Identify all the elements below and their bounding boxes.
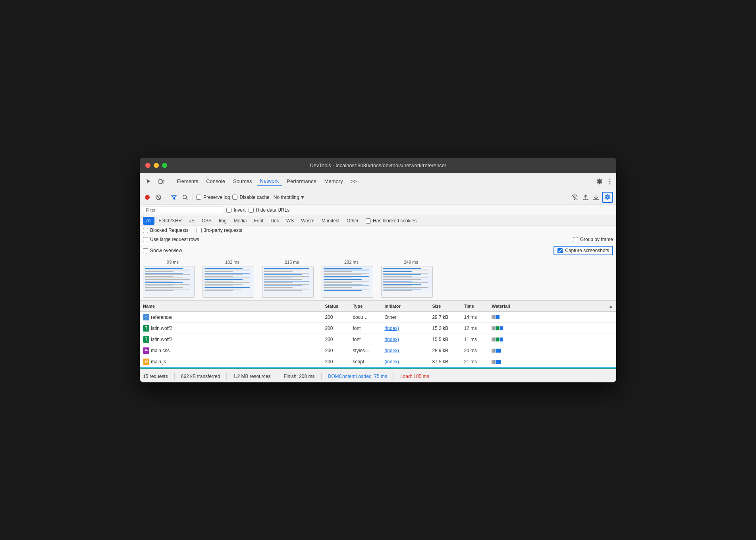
row-size-4: 28.9 kB [432, 348, 464, 353]
record-button[interactable] [143, 193, 152, 202]
row-status-3: 200 [325, 337, 353, 342]
close-button[interactable] [145, 163, 150, 168]
minimize-button[interactable] [154, 163, 159, 168]
clear-button[interactable] [154, 193, 163, 202]
search-button[interactable] [181, 193, 189, 202]
options-row-3: Show overview Capture screenshots [140, 244, 616, 257]
settings-gear-button[interactable] [594, 176, 605, 187]
dom-content-loaded: DOMContentLoaded: 75 ms [328, 374, 387, 379]
screenshot-5[interactable] [381, 266, 433, 298]
status-bar: 15 requests 662 kB transferred 1.2 MB re… [140, 370, 616, 382]
preserve-log-checkbox[interactable]: Preserve log [196, 195, 230, 200]
filter-type-js[interactable]: JS [186, 217, 198, 225]
screenshot-4[interactable] [322, 266, 373, 298]
screenshot-2[interactable] [202, 266, 254, 298]
wifi-button[interactable] [569, 193, 580, 202]
filter-type-wasm[interactable]: Wasm [298, 217, 318, 225]
network-toolbar-right [569, 192, 613, 203]
row-waterfall-4 [492, 348, 613, 353]
row-status-1: 200 [325, 314, 353, 320]
filter-type-other[interactable]: Other [343, 217, 362, 225]
row-waterfall-2 [492, 326, 613, 331]
waterfall-bars-4 [492, 348, 501, 353]
row-status-5: 200 [325, 359, 353, 364]
status-sep-3 [277, 373, 277, 380]
filter-type-manifest[interactable]: Manifest [318, 217, 343, 225]
device-toolbar-button[interactable] [156, 176, 167, 187]
table-row[interactable]: ✏ main.css 200 styles… (index) 28.9 kB 2… [140, 345, 616, 356]
download-button[interactable] [592, 193, 600, 202]
tab-console[interactable]: Console [203, 177, 228, 186]
doc-icon: ≡ [143, 314, 149, 320]
throttle-select[interactable]: No throttling [272, 194, 307, 201]
filter-type-img[interactable]: Img [216, 217, 230, 225]
row-type-1: docu… [353, 314, 384, 320]
svg-point-2 [609, 178, 611, 179]
row-name-4: ✏ main.css [143, 347, 325, 354]
row-waterfall-1 [492, 314, 613, 320]
screenshot-3[interactable] [262, 266, 314, 298]
row-waterfall-5 [492, 359, 613, 364]
options-right: Group by frame [573, 237, 613, 242]
screenshot-1[interactable] [143, 266, 195, 298]
time-2: 182 ms [206, 260, 258, 264]
filter-type-doc[interactable]: Doc [267, 217, 282, 225]
capture-screenshots-checkbox[interactable]: Capture screenshots [554, 246, 613, 255]
cursor-tool-button[interactable] [143, 176, 154, 187]
waterfall-bars-2 [492, 326, 503, 331]
filter-type-fetch[interactable]: Fetch/XHR [155, 217, 185, 225]
tab-performance[interactable]: Performance [284, 177, 319, 186]
options-row-2: Use large request rows Group by frame [140, 235, 616, 244]
row-type-3: font [353, 337, 384, 342]
row-time-5: 21 ms [464, 359, 492, 364]
upload-button[interactable] [581, 193, 590, 202]
table-body: ≡ reference/ 200 docu… Other 29.7 kB 14 … [140, 312, 616, 370]
row-time-4: 20 ms [464, 348, 492, 353]
network-settings-button[interactable] [602, 192, 613, 203]
show-overview-checkbox[interactable]: Show overview [143, 248, 182, 253]
net-sep-2 [193, 194, 193, 201]
svg-line-7 [157, 196, 160, 199]
tab-elements[interactable]: Elements [174, 177, 201, 186]
third-party-checkbox[interactable]: 3rd-party requests [197, 228, 242, 233]
filter-input[interactable] [157, 207, 220, 213]
tab-memory[interactable]: Memory [321, 177, 346, 186]
large-rows-checkbox[interactable]: Use large request rows [143, 237, 199, 242]
invert-checkbox[interactable]: Invert [226, 207, 245, 213]
load-time: Load: 105 ms [400, 374, 429, 379]
tab-more[interactable]: >> [348, 177, 360, 186]
table-row[interactable]: T latin.woff2 200 font (index) 15.2 kB 1… [140, 323, 616, 334]
svg-point-3 [609, 181, 611, 182]
filter-type-font[interactable]: Font [251, 217, 266, 225]
svg-point-8 [183, 195, 187, 199]
svg-rect-1 [162, 181, 164, 183]
filter-type-ws[interactable]: WS [283, 217, 297, 225]
hide-data-urls-checkbox[interactable]: Hide data URLs [249, 207, 289, 213]
group-by-frame-checkbox[interactable]: Group by frame [573, 237, 613, 242]
row-size-1: 29.7 kB [432, 314, 464, 320]
tab-sources[interactable]: Sources [230, 177, 255, 186]
more-options-button[interactable] [607, 176, 613, 187]
devtools-body: Preserve log Disable cache No throttling [140, 190, 616, 382]
row-type-5: script [353, 359, 384, 364]
sort-arrow-icon[interactable]: ▲ [609, 304, 613, 309]
row-name-3: T latin.woff2 [143, 336, 325, 343]
filter-type-all[interactable]: All [143, 217, 154, 225]
row-waterfall-3 [492, 337, 613, 342]
table-row[interactable]: T latin.woff2 200 font (index) 15.5 kB 1… [140, 334, 616, 345]
filter-type-css[interactable]: CSS [199, 217, 215, 225]
tab-network[interactable]: Network [257, 176, 282, 186]
row-initiator-4: (index) [384, 348, 432, 353]
has-blocked-cookies-checkbox[interactable]: Has blocked cookies [366, 218, 417, 224]
disable-cache-checkbox[interactable]: Disable cache [232, 195, 269, 200]
table-row[interactable]: ≡ reference/ 200 docu… Other 29.7 kB 14 … [140, 312, 616, 323]
maximize-button[interactable] [162, 163, 167, 168]
filter-button[interactable] [170, 193, 178, 202]
status-sep-5 [393, 373, 394, 380]
table-row[interactable]: JS main.js 200 script (index) 37.5 kB 21… [140, 356, 616, 367]
row-time-1: 14 ms [464, 314, 492, 320]
network-toolbar: Preserve log Disable cache No throttling [140, 190, 616, 204]
blocked-requests-checkbox[interactable]: Blocked Requests [143, 228, 189, 233]
filter-type-media[interactable]: Media [231, 217, 250, 225]
row-name-2: T latin.woff2 [143, 325, 325, 332]
